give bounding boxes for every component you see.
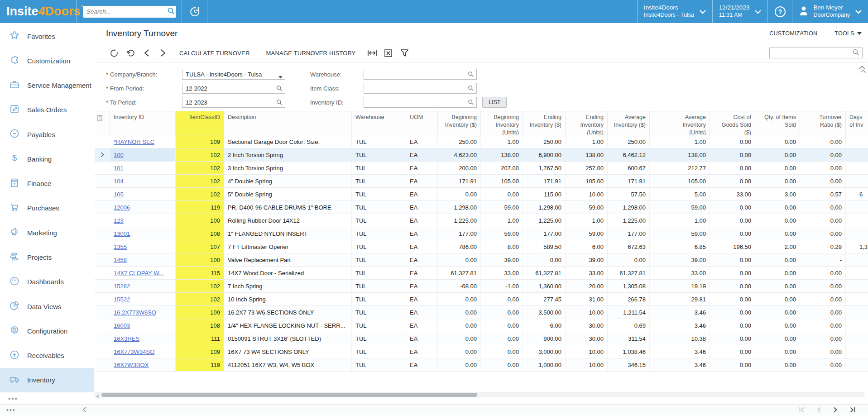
cell-uom[interactable]: EA (406, 175, 438, 187)
horizontal-scrollbar[interactable] (95, 392, 864, 397)
cell-average_inventory_d[interactable]: 600.67 (608, 162, 650, 174)
cell-warehouse[interactable]: TUL (352, 358, 406, 371)
cell-description[interactable]: Valve Replacement Part (224, 253, 352, 266)
cell-beginning_inventory_u[interactable]: 0.00 (481, 306, 523, 319)
cell-ending_inventory_d[interactable]: 3,000.00 (523, 345, 566, 358)
cell-turnover_ratio[interactable]: 0.00 (800, 175, 846, 187)
cell-beginning_inventory_u[interactable]: 59.00 (481, 201, 523, 214)
cell-uom[interactable]: EA (406, 267, 438, 279)
cell-ending_inventory_u[interactable]: 30.00 (566, 319, 608, 332)
cell-description[interactable]: 3 Inch Torsion Spring (224, 162, 352, 174)
cell-qty_of_items_sold[interactable]: 0.00 (755, 332, 800, 345)
inventory-id-link[interactable]: 100 (114, 152, 124, 158)
cell-ending_inventory_u[interactable]: 257.00 (566, 162, 608, 174)
next-page-icon[interactable] (833, 407, 838, 413)
sidebar-item-projects[interactable]: Projects (0, 245, 94, 269)
cell-beginning_inventory_d[interactable]: 250.00 (438, 135, 481, 148)
table-row[interactable]: 152821027 Inch SpringTULEA-68.00-1.001,3… (95, 280, 868, 293)
sidebar-item-favorites[interactable]: Favorites (0, 24, 94, 48)
next-record-icon[interactable] (155, 49, 171, 57)
cell-uom[interactable]: EA (406, 240, 438, 253)
cell-cost_of_goods_sold[interactable]: 0.00 (710, 306, 755, 319)
cell-cost_of_goods_sold[interactable]: 0.00 (710, 201, 755, 214)
cell-turnover_ratio[interactable]: 0.00 (800, 280, 846, 292)
table-row[interactable]: 12006119PR. D400-96 CABLE DRUMS 1" BORET… (95, 201, 868, 214)
cell-average_inventory_u[interactable]: 138.00 (650, 148, 710, 161)
cell-inventory_id[interactable]: 1355 (110, 240, 176, 253)
cell-beginning_inventory_u[interactable]: 138.00 (481, 148, 523, 161)
cell-ending_inventory_u[interactable]: 1.00 (566, 214, 608, 227)
previous-page-icon[interactable] (817, 407, 821, 413)
search-icon[interactable] (168, 7, 175, 16)
cell-inventory_id[interactable]: *RAYNOR SEC (110, 135, 176, 148)
cell-description[interactable]: 5" Double Spring (224, 188, 352, 200)
cell-beginning_inventory_u[interactable]: 33.00 (481, 267, 523, 279)
cell-item_class_id[interactable]: 102 (176, 148, 224, 161)
cell-ending_inventory_d[interactable]: 6,900.00 (523, 148, 566, 161)
cell-cost_of_goods_sold[interactable]: 0.00 (710, 358, 755, 371)
manage-turnover-history-button[interactable]: MANAGE TURNOVER HISTORY (266, 50, 356, 57)
table-row[interactable]: 1051025" Double SpringTULEA0.000.00115.0… (95, 188, 868, 201)
cell-ending_inventory_u[interactable]: 59.00 (566, 201, 608, 214)
cell-description[interactable]: 2 Inch Torsion Spring (224, 148, 352, 161)
app-logo[interactable]: Insite4Doors™ (0, 5, 76, 19)
cell-days_of_inv[interactable] (846, 227, 868, 240)
cell-warehouse[interactable]: TUL (352, 332, 406, 345)
cell-item_class_id[interactable]: 119 (176, 201, 224, 214)
inventory-id-link[interactable]: 16003 (114, 322, 130, 329)
cell-ending_inventory_d[interactable]: 171.91 (523, 175, 566, 187)
cell-beginning_inventory_u[interactable]: 0.00 (481, 293, 523, 305)
cell-turnover_ratio[interactable]: 0.00 (800, 332, 846, 345)
cell-average_inventory_d[interactable]: 1,305.08 (608, 280, 650, 292)
cell-cost_of_goods_sold[interactable]: 0.00 (710, 280, 755, 292)
cell-beginning_inventory_u[interactable]: 8.00 (481, 240, 523, 253)
cell-average_inventory_d[interactable]: 177.00 (608, 227, 650, 240)
cell-days_of_inv[interactable] (846, 345, 868, 358)
cell-warehouse[interactable]: TUL (352, 306, 406, 319)
table-row[interactable]: 1011023 Inch Torsion SpringTULEA200.0020… (95, 162, 868, 175)
cell-inventory_id[interactable]: 12006 (110, 201, 176, 214)
cell-cost_of_goods_sold[interactable]: 0.00 (710, 227, 755, 240)
cell-item_class_id[interactable]: 109 (176, 345, 224, 358)
column-header-days_of_inv[interactable]: Days of Inv (846, 111, 868, 135)
cell-average_inventory_d[interactable]: 1,211.54 (608, 306, 650, 319)
cell-uom[interactable]: EA (406, 135, 438, 148)
cell-ending_inventory_u[interactable]: 1.00 (566, 135, 608, 148)
cell-days_of_inv[interactable]: 6 (846, 188, 868, 200)
filter-icon[interactable] (397, 49, 413, 57)
cell-qty_of_items_sold[interactable]: 0.00 (755, 175, 800, 187)
cell-uom[interactable]: EA (406, 227, 438, 240)
column-header-item_class_id[interactable]: ItemClassID (176, 111, 224, 135)
item-class-field[interactable] (364, 83, 477, 94)
cell-ending_inventory_u[interactable]: 31.00 (566, 293, 608, 305)
cell-average_inventory_u[interactable]: 3.46 (650, 345, 710, 358)
cell-description[interactable]: 7 FT Liftmaster Opener (224, 240, 352, 253)
cell-ending_inventory_u[interactable]: 10.00 (566, 358, 608, 371)
cell-beginning_inventory_d[interactable]: -68.00 (438, 280, 481, 292)
cell-cost_of_goods_sold[interactable]: 0.00 (710, 214, 755, 227)
cell-ending_inventory_d[interactable]: 1,360.00 (523, 280, 566, 292)
cell-inventory_id[interactable]: 16X3HES (110, 332, 176, 345)
cell-uom[interactable]: EA (406, 162, 438, 174)
footer-more-button[interactable]: ••• (0, 406, 82, 414)
cell-ending_inventory_u[interactable]: 39.00 (566, 253, 608, 266)
cell-qty_of_items_sold[interactable]: 0.00 (755, 345, 800, 358)
cell-qty_of_items_sold[interactable]: 0.00 (755, 162, 800, 174)
cell-ending_inventory_u[interactable]: 30.00 (566, 332, 608, 345)
cell-uom[interactable]: EA (406, 358, 438, 371)
cell-qty_of_items_sold[interactable]: 0.00 (755, 293, 800, 305)
cell-beginning_inventory_u[interactable]: 1.00 (481, 135, 523, 148)
grid-search-input[interactable] (772, 50, 853, 57)
cell-description[interactable]: 14X7 Wood Door - Serialized (224, 267, 352, 279)
cell-days_of_inv[interactable] (846, 306, 868, 319)
cell-uom[interactable]: EA (406, 345, 438, 358)
cell-inventory_id[interactable]: 1458 (110, 253, 176, 266)
cell-item_class_id[interactable]: 102 (176, 162, 224, 174)
previous-record-icon[interactable] (139, 49, 155, 57)
cell-beginning_inventory_u[interactable]: 1.00 (481, 214, 523, 227)
cell-uom[interactable]: EA (406, 306, 438, 319)
cell-average_inventory_d[interactable]: 672.63 (608, 240, 650, 253)
cell-inventory_id[interactable]: 101 (110, 162, 176, 174)
company-branch-field[interactable]: TULSA - Insite4Doors - Tulsa (182, 69, 285, 80)
cell-days_of_inv[interactable] (846, 293, 868, 305)
